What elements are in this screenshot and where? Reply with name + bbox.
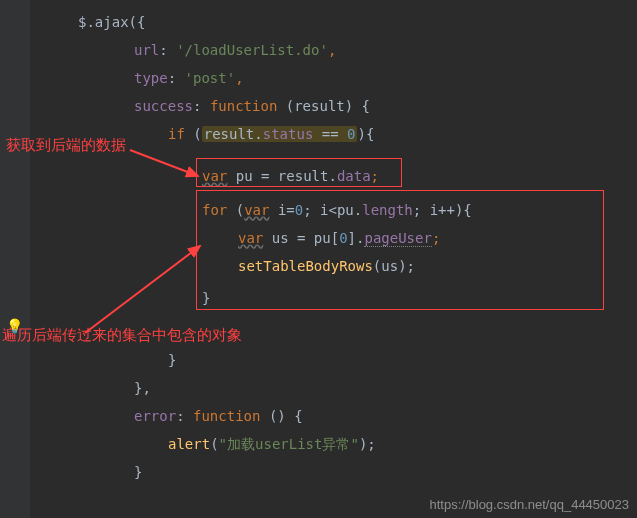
code-editor: $.ajax({ url: '/loadUserList.do', type: … (0, 0, 637, 518)
code-line: url: '/loadUserList.do', (30, 36, 637, 64)
watermark: https://blog.csdn.net/qq_44450023 (430, 497, 630, 512)
code-line: } (30, 346, 637, 374)
code-line: error: function () { (30, 402, 637, 430)
code-line: } (30, 458, 637, 486)
code-line: alert("加载userList异常"); (30, 430, 637, 458)
annotation-top: 获取到后端的数据 (6, 136, 126, 155)
annotation-bottom: 遍历后端传过来的集合中包含的对象 (2, 326, 242, 345)
lightbulb-icon[interactable]: 💡 (6, 318, 23, 334)
highlight-box-top (196, 158, 402, 187)
gutter (0, 0, 30, 518)
code-line: }, (30, 374, 637, 402)
highlight-box-bottom (196, 190, 604, 310)
code-line: $.ajax({ (30, 8, 637, 36)
code-line: type: 'post', (30, 64, 637, 92)
code-line: success: function (result) { (30, 92, 637, 120)
